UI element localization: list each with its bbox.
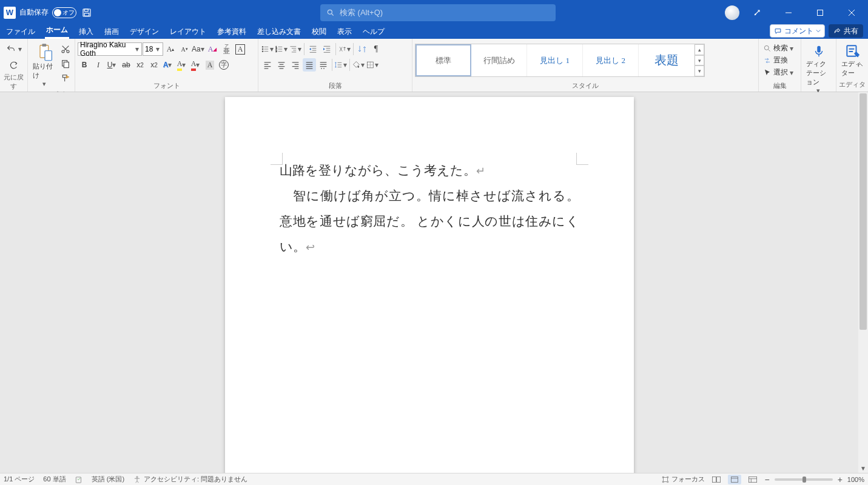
font-name-combo[interactable]: Hiragino Kaku Goth▾ [78, 42, 142, 56]
text-line[interactable]: 山路を登りながら、こう考えた。 [280, 163, 476, 178]
collapse-ribbon-button[interactable] [855, 60, 866, 71]
page[interactable]: 山路を登りながら、こう考えた。↵ 智に働けば角が立つ。情に棹させば流される。意地… [225, 97, 634, 473]
close-button[interactable] [838, 0, 866, 25]
shading-button[interactable]: ▾ [352, 58, 365, 72]
search-box[interactable]: 検索 (Alt+Q) [320, 4, 556, 21]
language-status[interactable]: 英語 (米国) [92, 475, 124, 484]
web-layout-button[interactable] [746, 475, 759, 484]
tab-home[interactable]: ホーム [45, 23, 69, 39]
redo-button[interactable] [7, 58, 21, 72]
subscript-button[interactable]: x2 [133, 58, 147, 72]
print-layout-button[interactable] [728, 475, 741, 484]
text-effects-button[interactable]: A▾ [161, 58, 175, 72]
svg-rect-1 [84, 9, 88, 12]
style-more[interactable]: ▾ [695, 65, 704, 76]
tab-draw[interactable]: 描画 [103, 25, 120, 39]
vertical-scrollbar[interactable]: ▼ [858, 92, 868, 473]
word-count[interactable]: 60 単語 [43, 475, 66, 484]
comments-button[interactable]: コメント [770, 24, 825, 38]
select-button[interactable]: 選択▾ [761, 67, 796, 78]
maximize-button[interactable] [806, 0, 834, 25]
tab-mailings[interactable]: 差し込み文書 [256, 25, 302, 39]
style-h1[interactable]: 見出し 1 [527, 44, 583, 76]
tab-view[interactable]: 表示 [336, 25, 353, 39]
share-button[interactable]: 共有 [829, 24, 863, 38]
tab-insert[interactable]: 挿入 [78, 25, 95, 39]
chevron-down-icon[interactable]: ▾ [18, 45, 23, 53]
sort-button[interactable] [355, 42, 369, 56]
char-border-button[interactable]: A [234, 42, 247, 56]
tab-help[interactable]: ヘルプ [362, 25, 386, 39]
bold-button[interactable]: B [78, 58, 91, 72]
page-count[interactable]: 1/1 ページ [4, 475, 35, 484]
zoom-in-button[interactable]: + [838, 475, 843, 484]
tab-design[interactable]: デザイン [129, 25, 160, 39]
text-line[interactable]: 智に働けば角が立つ。情に棹させば流される。意地を通せば窮屈だ。 とかくに人の世は… [280, 189, 579, 254]
underline-button[interactable]: U▾ [106, 58, 119, 72]
zoom-level[interactable]: 100% [847, 476, 864, 483]
copy-button[interactable] [59, 57, 72, 70]
tab-file[interactable]: ファイル [5, 25, 36, 39]
bullets-button[interactable]: ▾ [261, 42, 274, 56]
clear-format-button[interactable]: A◢ [206, 42, 219, 56]
document-body[interactable]: 山路を登りながら、こう考えた。↵ 智に働けば角が立つ。情に棹させば流される。意地… [280, 158, 579, 259]
font-color-button[interactable]: A▾ [189, 58, 203, 72]
align-left-button[interactable] [261, 58, 274, 72]
undo-button[interactable] [4, 42, 18, 56]
style-normal[interactable]: 標準 [415, 44, 471, 76]
document-canvas[interactable]: 山路を登りながら、こう考えた。↵ 智に働けば角が立つ。情に棹させば流される。意地… [0, 92, 868, 473]
style-nospace[interactable]: 行間詰め [471, 44, 527, 76]
highlight-button[interactable]: A▾ [175, 58, 189, 72]
scroll-down-icon[interactable]: ▼ [858, 463, 868, 473]
superscript-button[interactable]: x2 [147, 58, 161, 72]
show-marks-button[interactable]: ¶ [369, 42, 383, 56]
save-button[interactable] [80, 6, 93, 19]
spellcheck-icon[interactable] [75, 475, 83, 484]
style-scroll-down[interactable]: ▾ [695, 55, 704, 66]
focus-mode-button[interactable]: フォーカス [661, 475, 705, 484]
zoom-out-button[interactable]: − [764, 475, 769, 484]
distribute-button[interactable] [317, 58, 330, 72]
italic-button[interactable]: I [92, 58, 105, 72]
change-case-button[interactable]: Aa▾ [192, 42, 205, 56]
cut-button[interactable] [59, 42, 72, 56]
grow-font-button[interactable]: A▴ [164, 42, 177, 56]
asian-layout-button[interactable]: ▾ [338, 42, 351, 56]
replace-button[interactable]: 置換 [761, 55, 790, 66]
style-title[interactable]: 表題 [639, 44, 695, 76]
tab-references[interactable]: 参考資料 [216, 25, 247, 39]
paragraph-mark-icon: ↩ [306, 241, 315, 253]
accessibility-status[interactable]: アクセシビリティ: 問題ありません [133, 475, 247, 484]
multilevel-button[interactable]: ▾ [289, 42, 302, 56]
align-right-button[interactable] [289, 58, 302, 72]
coming-soon-icon[interactable] [743, 0, 771, 25]
char-shading-button[interactable]: A [203, 58, 217, 72]
find-button[interactable]: 検索▾ [761, 42, 796, 54]
dec-indent-button[interactable] [306, 42, 320, 56]
tab-layout[interactable]: レイアウト [169, 25, 207, 39]
scrollbar-thumb[interactable] [860, 93, 867, 330]
phonetic-guide-button[interactable]: ア亜 [220, 42, 233, 56]
style-scroll-up[interactable]: ▴ [695, 44, 704, 55]
avatar[interactable] [725, 5, 739, 20]
line-spacing-button[interactable]: ▾ [334, 58, 348, 72]
zoom-slider[interactable] [775, 478, 833, 481]
align-center-button[interactable] [275, 58, 288, 72]
style-h2[interactable]: 見出し 2 [583, 44, 639, 76]
justify-button[interactable] [303, 58, 316, 72]
autosave-toggle[interactable]: オフ [52, 7, 76, 18]
strike-button[interactable]: ab [119, 58, 133, 72]
tab-review[interactable]: 校閲 [311, 25, 328, 39]
inc-indent-button[interactable] [320, 42, 334, 56]
enclose-char-button[interactable]: 字 [217, 58, 230, 72]
dictation-button[interactable]: ディクテーション▾ [804, 41, 833, 96]
shrink-font-button[interactable]: A▾ [178, 42, 191, 56]
styles-gallery[interactable]: 標準 行間詰め 見出し 1 見出し 2 表題 ▴ ▾ ▾ [415, 44, 705, 77]
format-painter-button[interactable] [59, 72, 72, 85]
read-mode-button[interactable] [710, 475, 723, 484]
font-size-combo[interactable]: 18▾ [143, 42, 163, 56]
borders-button[interactable]: ▾ [366, 58, 379, 72]
minimize-button[interactable] [775, 0, 802, 25]
paste-button[interactable]: 貼り付け ▾ [30, 41, 59, 89]
numbering-button[interactable]: 123▾ [275, 42, 288, 56]
